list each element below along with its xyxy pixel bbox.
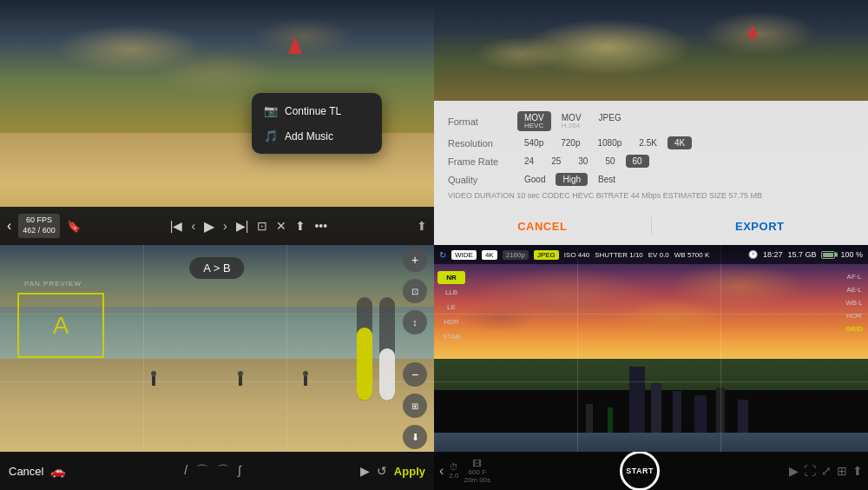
ab-indicator: A > B — [189, 257, 244, 279]
share-button[interactable]: ⬆ — [417, 219, 427, 233]
export-panel: Format MOVHEVC MOVH.264 JPEG Resolution — [434, 101, 868, 207]
cam-ropt-ael[interactable]: AE·L — [845, 284, 863, 295]
cam-ropt-grid[interactable]: GRID — [844, 323, 865, 334]
cam-ropt-afl[interactable]: AF·L — [845, 271, 864, 282]
pan-box-letter: A — [53, 312, 69, 340]
format-mov-hevc[interactable]: MOVHEVC — [517, 111, 551, 131]
hud-wide[interactable]: WIDE — [451, 250, 477, 260]
grid-icon[interactable]: ⊞ — [837, 464, 847, 478]
hud-wb: WB 5700 K — [674, 251, 709, 259]
kite-tr — [747, 24, 760, 42]
pan-ctrl-frame2[interactable]: ⊞ — [403, 394, 427, 418]
fps-25[interactable]: 25 — [544, 155, 568, 168]
cam-opt-hdr[interactable]: HDR — [437, 315, 465, 328]
timer-icon: ⏱ — [450, 462, 458, 472]
pan-ctrl-minus[interactable]: − — [403, 362, 427, 387]
frame-duration: 20m 00s — [464, 476, 490, 484]
curve1-tool[interactable]: ⌒ — [196, 463, 208, 479]
resolution-options: 540p 720p 1080p 2.5K 4K — [517, 136, 692, 149]
loop-icon[interactable]: ↺ — [377, 464, 387, 478]
cancel-button-bl[interactable]: Cancel — [9, 465, 43, 478]
pan-ctrl-down[interactable]: ⬇ — [403, 425, 427, 449]
quality-label: Quality — [448, 175, 517, 185]
apply-button[interactable]: Apply — [394, 465, 425, 478]
trim-icon[interactable]: ⊡ — [257, 219, 267, 233]
pan-ctrl-arrow[interactable]: ↕ — [403, 310, 427, 334]
bookmark-icon: 🔖 — [67, 220, 81, 233]
resolution-label: Resolution — [448, 138, 517, 149]
slider-white-fill — [379, 348, 395, 401]
pan-preview-label: PAN PREVIEW — [24, 280, 82, 288]
figure-1 — [152, 375, 155, 386]
res-2-5k[interactable]: 2.5K — [632, 136, 664, 149]
quality-good[interactable]: Good — [517, 173, 552, 186]
frame-icon: 🎞 — [473, 459, 482, 468]
curve2-tool[interactable]: ⌒ — [217, 463, 229, 479]
format-jpeg[interactable]: JPEG — [592, 111, 628, 131]
hud-resolution[interactable]: 4K — [482, 250, 497, 260]
cam-opt-stab[interactable]: STAB — [437, 330, 465, 343]
kite-tl — [288, 36, 304, 58]
cam-ropt-wbl[interactable]: WB·L — [844, 297, 865, 308]
play-br-icon[interactable]: ▶ — [789, 464, 799, 478]
crop-icon[interactable]: ⤢ — [821, 464, 832, 478]
fps-50[interactable]: 50 — [598, 155, 621, 168]
export-br-icon[interactable]: ⬆ — [852, 464, 863, 478]
cam-ropt-hor[interactable]: HOR — [845, 310, 864, 321]
next-frame-button[interactable]: › — [223, 219, 227, 233]
quality-high[interactable]: High — [556, 173, 588, 186]
play-button[interactable]: ▶ — [204, 218, 214, 235]
export-button[interactable]: EXPORT — [652, 220, 869, 233]
pan-preview-area: PAN PREVIEW A A > B + ⊡ — [0, 245, 434, 452]
cam-opt-nr[interactable]: NR — [437, 271, 465, 284]
sliders-container — [357, 297, 395, 401]
res-4k[interactable]: 4K — [667, 136, 692, 149]
pan-ctrl-plus[interactable]: + — [403, 248, 427, 272]
export-icon[interactable]: ⬆ — [295, 219, 306, 233]
scurve-tool[interactable]: ∫ — [238, 463, 241, 479]
hud-time: 18:27 — [763, 250, 783, 259]
skip-start-button[interactable]: |◀ — [170, 219, 183, 233]
hud-format[interactable]: JPEG — [534, 250, 559, 260]
cam-left-panel: NR LLB LE HDR STAB — [434, 264, 469, 414]
toolbar-br-left: ‹ ⏱ 2.0 🎞 600 F 20m 00s — [439, 459, 490, 484]
back-button[interactable]: ‹ — [7, 218, 11, 234]
topright-panel: Format MOVHEVC MOVH.264 JPEG Resolution — [434, 0, 868, 245]
prev-frame-button[interactable]: ‹ — [191, 219, 195, 233]
start-button[interactable]: START — [620, 451, 660, 490]
hud-clock-icon: 🕐 — [748, 250, 758, 259]
car-icon[interactable]: 🚗 — [50, 464, 65, 478]
pan-ctrl-frame[interactable]: ⊡ — [403, 279, 427, 303]
cam-opt-llb[interactable]: LLB — [437, 286, 465, 299]
res-1080p[interactable]: 1080p — [591, 136, 629, 149]
more-icon[interactable]: ••• — [314, 219, 327, 233]
fps-60[interactable]: 60 — [626, 155, 649, 168]
hud-storage: 15.7 GB — [787, 250, 816, 259]
skip-end-button[interactable]: ▶| — [236, 219, 249, 233]
fullscreen-icon[interactable]: ⛶ — [804, 464, 816, 478]
play-preview-icon[interactable]: ▶ — [360, 464, 370, 478]
slider-white[interactable] — [379, 297, 395, 401]
line-tool[interactable]: / — [184, 463, 187, 479]
context-menu-item-music[interactable]: 🎵 Add Music — [252, 123, 382, 149]
hud-battery-pct: 100 % — [840, 250, 863, 259]
slider-yellow[interactable] — [357, 297, 372, 401]
cam-opt-le[interactable]: LE — [437, 301, 465, 314]
format-row: Format MOVHEVC MOVH.264 JPEG — [448, 111, 854, 131]
battery-fill — [823, 253, 833, 257]
context-menu-item-continue[interactable]: 📷 Continue TL — [252, 98, 382, 123]
bottomleft-panel: PAN PREVIEW A A > B + ⊡ — [0, 245, 434, 490]
framerate-options: 24 25 30 50 60 — [517, 155, 649, 168]
res-720p[interactable]: 720p — [554, 136, 587, 149]
quality-best[interactable]: Best — [591, 173, 622, 186]
export-meta: VIDEO DURATION 10 sec CODEC HEVC BITRATE… — [448, 191, 854, 200]
hud-subres: 2160p — [503, 250, 529, 260]
back-button-br[interactable]: ‹ — [439, 463, 444, 479]
cancel-button[interactable]: CANCEL — [434, 220, 651, 233]
fps-24[interactable]: 24 — [517, 155, 541, 168]
fps-30[interactable]: 30 — [571, 155, 595, 168]
add-music-label: Add Music — [285, 130, 333, 142]
res-540p[interactable]: 540p — [517, 136, 550, 149]
close-icon[interactable]: ✕ — [276, 219, 286, 233]
format-mov-h264[interactable]: MOVH.264 — [555, 111, 589, 131]
